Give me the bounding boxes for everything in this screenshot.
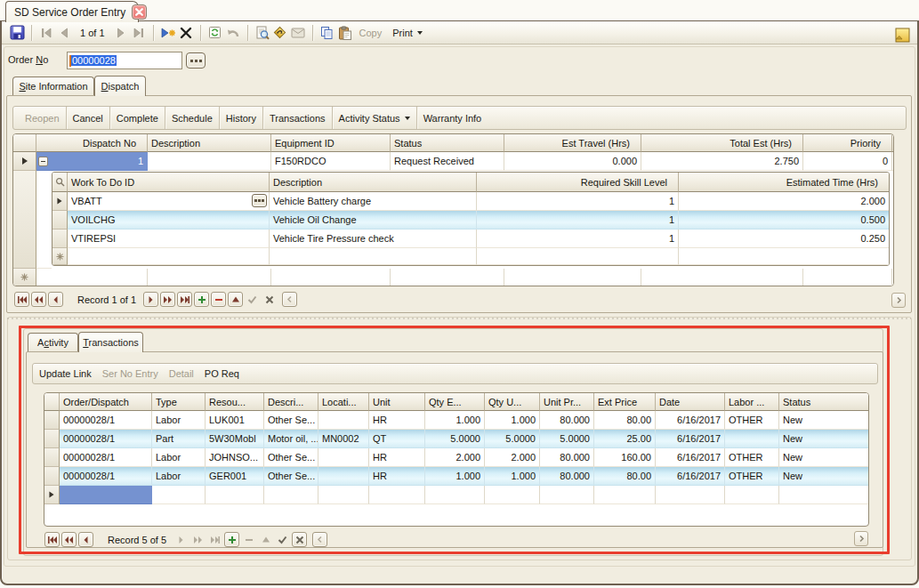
transaction-row[interactable]: 00000028/1LaborLUK001Other Se...HR1.0001… bbox=[44, 411, 868, 430]
status-cell[interactable]: New bbox=[779, 411, 868, 430]
order-no-input[interactable]: 00000028 bbox=[67, 52, 182, 69]
column-header[interactable]: Priority bbox=[803, 134, 892, 152]
column-header[interactable]: Status bbox=[779, 393, 868, 411]
next-record-button[interactable] bbox=[173, 532, 189, 547]
tab-transactions[interactable]: Transactions bbox=[78, 332, 143, 352]
fast-forward-button[interactable] bbox=[190, 532, 206, 547]
complete-button[interactable]: Complete bbox=[110, 107, 165, 129]
date-cell[interactable]: 6/16/2017 bbox=[656, 430, 725, 448]
column-header[interactable]: Total Est (Hrs) bbox=[641, 134, 803, 152]
add-record-button[interactable] bbox=[194, 292, 209, 307]
empty-cell[interactable] bbox=[206, 486, 264, 504]
type-cell[interactable]: Labor bbox=[152, 467, 206, 486]
transaction-row[interactable]: 00000028/1LaborJOHNSO...Other Se...HR2.0… bbox=[44, 448, 868, 467]
dispatch-row[interactable]: 1 F150RDCO Request Received 0.000 2.750 … bbox=[13, 152, 893, 171]
empty-cell[interactable] bbox=[540, 486, 594, 504]
confirm-button[interactable] bbox=[245, 292, 260, 307]
new-record-icon[interactable] bbox=[159, 23, 177, 43]
type-cell[interactable]: Part bbox=[152, 430, 206, 448]
work-id-cell[interactable]: VTIREPSI bbox=[68, 230, 270, 248]
history-button[interactable]: History bbox=[220, 107, 263, 129]
est-travel-cell[interactable]: 0.000 bbox=[504, 152, 641, 171]
empty-cell[interactable] bbox=[36, 269, 148, 286]
equipment-id-cell[interactable]: F150RDCO bbox=[271, 152, 391, 171]
location-cell[interactable] bbox=[318, 411, 369, 430]
tab-site-information[interactable]: Site Information bbox=[12, 77, 94, 95]
column-header[interactable]: Unit Pr... bbox=[540, 393, 594, 411]
status-cell[interactable]: New bbox=[779, 430, 868, 448]
close-icon[interactable] bbox=[132, 4, 147, 20]
cancel-edit-button[interactable] bbox=[262, 292, 277, 307]
refresh-icon[interactable] bbox=[206, 23, 224, 43]
work-row[interactable]: VBATT Vehicle Battery charge 1 2.000 bbox=[52, 192, 889, 211]
column-header[interactable]: Resou... bbox=[206, 393, 264, 411]
empty-cell[interactable] bbox=[152, 486, 206, 504]
ext-price-cell[interactable]: 80.00 bbox=[594, 411, 656, 430]
warranty-info-button[interactable]: Warranty Info bbox=[417, 107, 488, 129]
description-cell[interactable]: Other Se... bbox=[264, 448, 318, 467]
status-cell[interactable]: New bbox=[779, 467, 868, 486]
delete-record-icon[interactable] bbox=[177, 23, 195, 43]
column-header[interactable]: Unit bbox=[369, 393, 425, 411]
transaction-row[interactable]: 00000028/1LaborGER001Other Se...HR1.0001… bbox=[44, 467, 868, 486]
dispatch-scroll-right-button[interactable] bbox=[891, 293, 906, 308]
copy-icon[interactable] bbox=[318, 23, 336, 43]
qty-e-cell[interactable]: 1.000 bbox=[425, 467, 485, 486]
dispatch-no-cell[interactable]: 1 bbox=[36, 152, 148, 171]
column-header[interactable]: Status bbox=[391, 134, 504, 152]
print-preview-icon[interactable] bbox=[254, 23, 271, 43]
qty-e-cell[interactable]: 1.000 bbox=[425, 411, 485, 430]
previous-record-icon[interactable] bbox=[55, 23, 73, 43]
unit-cell[interactable]: QT bbox=[369, 430, 425, 448]
empty-cell[interactable] bbox=[60, 486, 152, 504]
unit-price-cell[interactable]: 5.0000 bbox=[540, 430, 594, 448]
schedule-button[interactable]: Schedule bbox=[165, 107, 220, 129]
qty-u-cell[interactable]: 5.0000 bbox=[485, 430, 540, 448]
last-record-button[interactable] bbox=[207, 532, 222, 547]
qty-u-cell[interactable]: 1.000 bbox=[485, 467, 540, 486]
column-header[interactable]: Dispatch No bbox=[36, 134, 148, 152]
unit-price-cell[interactable]: 80.000 bbox=[540, 448, 594, 467]
priority-cell[interactable]: 0 bbox=[803, 152, 892, 171]
column-header[interactable]: Qty E... bbox=[425, 393, 485, 411]
status-cell[interactable]: Request Received bbox=[391, 152, 504, 171]
detail-button[interactable]: Detail bbox=[164, 364, 199, 383]
resource-cell[interactable]: JOHNSO... bbox=[206, 448, 264, 467]
first-record-icon[interactable] bbox=[37, 23, 55, 43]
work-row[interactable]: VTIREPSI Vehicle Tire Pressure check 1 0… bbox=[52, 230, 889, 248]
column-header[interactable]: Required Skill Level bbox=[477, 173, 679, 192]
order-dispatch-cell[interactable]: 00000028/1 bbox=[60, 448, 152, 467]
description-cell[interactable] bbox=[148, 152, 271, 171]
splitter-handle[interactable] bbox=[7, 318, 911, 319]
transaction-new-row[interactable] bbox=[44, 486, 868, 504]
empty-cell[interactable] bbox=[391, 269, 504, 286]
column-header[interactable]: Order/Dispatch bbox=[60, 393, 152, 411]
empty-cell[interactable] bbox=[485, 486, 540, 504]
empty-cell[interactable] bbox=[148, 269, 271, 286]
empty-cell[interactable] bbox=[68, 248, 270, 265]
work-skill-cell[interactable]: 1 bbox=[477, 211, 679, 230]
labor-cell[interactable]: OTHER bbox=[725, 448, 779, 467]
empty-cell[interactable] bbox=[425, 486, 485, 504]
cancel-button[interactable]: Cancel bbox=[67, 107, 110, 129]
work-time-cell[interactable]: 0.250 bbox=[679, 230, 889, 248]
column-header[interactable]: Labor ... bbox=[725, 393, 779, 411]
type-cell[interactable]: Labor bbox=[152, 411, 206, 430]
empty-cell[interactable] bbox=[656, 486, 725, 504]
location-cell[interactable] bbox=[318, 467, 369, 486]
work-skill-cell[interactable]: 1 bbox=[477, 192, 679, 211]
work-desc-cell[interactable]: Vehicle Tire Pressure check bbox=[270, 230, 477, 248]
move-up-button[interactable] bbox=[258, 532, 273, 547]
empty-cell[interactable] bbox=[594, 486, 656, 504]
save-icon[interactable] bbox=[8, 23, 26, 43]
next-record-button[interactable] bbox=[143, 292, 158, 307]
description-cell[interactable]: Other Se... bbox=[264, 467, 318, 486]
print-button[interactable]: Print bbox=[387, 28, 428, 38]
confirm-button[interactable] bbox=[275, 532, 290, 547]
tab-activity[interactable]: Activity bbox=[28, 333, 78, 351]
first-record-button[interactable] bbox=[44, 532, 60, 547]
move-up-button[interactable] bbox=[228, 292, 243, 307]
empty-cell[interactable] bbox=[318, 486, 369, 504]
fast-backward-button[interactable] bbox=[61, 532, 77, 547]
column-header[interactable]: Description bbox=[270, 173, 477, 192]
